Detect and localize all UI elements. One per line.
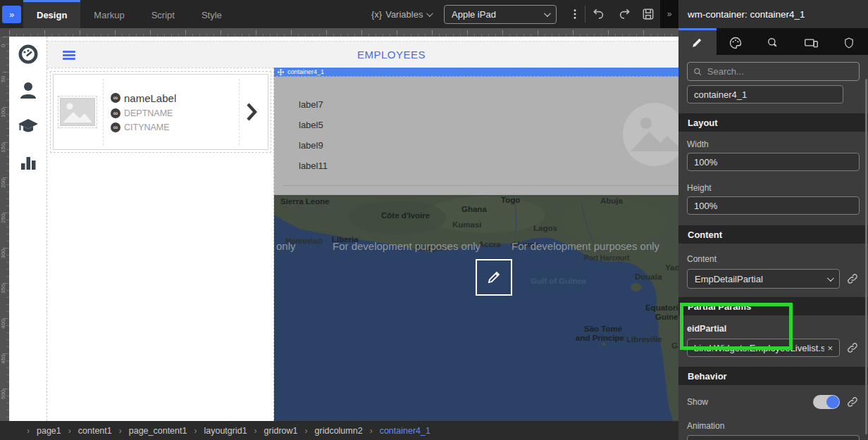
breadcrumb-link[interactable]: content1 <box>78 426 112 436</box>
animation-input[interactable] <box>687 435 860 440</box>
education-icon[interactable] <box>18 115 39 137</box>
undo-icon[interactable] <box>590 6 607 23</box>
show-label: Show <box>687 397 807 407</box>
canvas-label-widget[interactable]: label7 <box>299 99 328 110</box>
map-label: Yao <box>665 263 678 272</box>
breadcrumb-link[interactable]: page1 <box>37 426 61 436</box>
mode-tab[interactable]: Design <box>23 0 80 28</box>
breadcrumb-item: › gridrow1 <box>247 426 298 436</box>
device-canvas: EMPLOYEES ∞nameLabel ∞DEPTNAME ∞CITYNAME <box>9 37 678 421</box>
show-toggle[interactable] <box>813 395 840 409</box>
picture-placeholder-icon <box>622 102 678 170</box>
properties-panel: wm-container: container4_1 Layout Width … <box>678 0 868 440</box>
map-label: Port Harcourt <box>584 254 629 262</box>
selection-tag[interactable]: container4_1 <box>274 68 678 76</box>
breadcrumb-link[interactable]: layoutgrid1 <box>204 426 247 436</box>
section-content: Content <box>678 225 868 244</box>
user-icon[interactable] <box>18 80 39 101</box>
tab-devices[interactable] <box>792 28 830 55</box>
hamburger-menu-icon[interactable] <box>63 51 75 60</box>
card-dept-label[interactable]: DEPTNAME <box>124 108 173 118</box>
map-label: Douala <box>635 272 662 281</box>
breadcrumb-separator: › <box>112 426 129 436</box>
breadcrumb-separator: › <box>363 426 380 436</box>
more-vertical-icon[interactable] <box>566 6 583 23</box>
panel-tabs <box>678 28 868 55</box>
map-label: São Tomé <box>584 325 622 333</box>
widget-name-input[interactable] <box>687 85 843 103</box>
map-label: Togo <box>501 196 520 204</box>
ruler-number: 0 <box>0 39 9 47</box>
move-icon <box>278 69 284 75</box>
content-label: Content <box>687 254 860 264</box>
bind-link-icon[interactable] <box>845 396 860 408</box>
map-edit-button[interactable] <box>476 259 512 296</box>
map-label: For development purposes only <box>512 240 659 252</box>
breadcrumb-item: › page_content1 <box>112 426 187 436</box>
pencil-icon <box>485 269 502 286</box>
card-city-label[interactable]: CITYNAME <box>124 122 170 132</box>
selected-container[interactable]: label7label5label9label11 <box>274 76 678 195</box>
ruler-number: 50 <box>0 74 9 82</box>
map-label: Sierra Leone <box>280 197 330 206</box>
clear-icon[interactable]: × <box>827 343 833 353</box>
map-land-shape <box>274 195 678 421</box>
canvas-label-widget[interactable]: label11 <box>299 161 328 171</box>
mode-tab[interactable]: Style <box>188 0 235 28</box>
device-select[interactable]: Apple iPad <box>444 5 557 24</box>
bar-chart-icon[interactable] <box>18 151 39 172</box>
map-label: Abuja <box>600 196 623 205</box>
project-expand-button[interactable]: » <box>2 6 21 23</box>
save-icon[interactable] <box>640 6 657 23</box>
vertical-ruler: 050100150200250300350400450500 <box>0 37 9 421</box>
card-name-label[interactable]: nameLabel <box>124 92 176 104</box>
breadcrumb-link[interactable]: container4_1 <box>380 426 430 436</box>
breadcrumb-link[interactable]: page_content1 <box>129 426 187 436</box>
canvas-label-widget[interactable]: label9 <box>299 140 328 151</box>
page-title: EMPLOYEES <box>357 49 426 61</box>
page-header: EMPLOYEES <box>47 41 678 68</box>
content-select[interactable]: EmpDetailPartial <box>687 269 840 289</box>
breadcrumb-item: › page1 <box>20 426 61 436</box>
map-label: Libreville <box>626 335 662 344</box>
bind-link-icon[interactable] <box>845 273 860 284</box>
section-behavior: Behavior <box>678 367 868 385</box>
dashboard-icon[interactable] <box>18 44 39 65</box>
canvas-label-widget[interactable]: label5 <box>299 120 328 130</box>
variables-menu[interactable]: {x} Variables <box>371 0 431 28</box>
property-search <box>687 62 860 81</box>
breadcrumb-item: › container4_1 <box>363 426 430 436</box>
breadcrumb-link[interactable]: gridrow1 <box>264 426 298 436</box>
google-map-widget[interactable]: Sierra LeoneCôte d'IvoireGhanaTogoAbujaK… <box>274 195 678 421</box>
eidpartial-input[interactable]: bind:Widgets.EmployeeLivelist.selected × <box>687 339 840 357</box>
panel-scrollbar[interactable] <box>865 79 867 434</box>
mode-tab[interactable]: Script <box>138 0 188 28</box>
inspect-icon <box>766 36 780 50</box>
ruler-number: 500 <box>0 391 9 399</box>
bind-link-icon[interactable] <box>845 342 860 353</box>
redo-icon[interactable] <box>616 6 633 23</box>
breadcrumb-item: › gridcolumn2 <box>298 426 363 436</box>
ruler-number: 200 <box>0 180 9 188</box>
map-label: Accra <box>478 240 501 249</box>
breadcrumb-separator: › <box>61 426 78 436</box>
tab-inspect[interactable] <box>755 28 793 55</box>
device-select-value: Apple iPad <box>452 9 496 20</box>
devices-icon <box>804 35 819 50</box>
map-label: and Príncipe <box>576 334 624 342</box>
height-input[interactable] <box>687 196 860 215</box>
breadcrumb-link[interactable]: gridcolumn2 <box>315 426 363 436</box>
breadcrumb-separator: › <box>298 426 315 436</box>
chevron-down-icon <box>544 10 551 17</box>
tab-properties[interactable] <box>678 28 717 55</box>
tab-styles[interactable] <box>717 28 755 55</box>
content-select-value: EmpDetailPartial <box>695 274 763 284</box>
mode-tab[interactable]: Markup <box>80 0 137 28</box>
employee-list-item[interactable]: ∞nameLabel ∞DEPTNAME ∞CITYNAME <box>53 74 268 150</box>
animation-label: Animation <box>687 421 860 431</box>
search-input[interactable] <box>707 66 853 77</box>
panel-collapse-button[interactable]: » <box>660 0 678 28</box>
width-input[interactable] <box>687 153 860 171</box>
map-label: Lagos <box>533 224 557 232</box>
tab-security[interactable] <box>830 28 868 55</box>
